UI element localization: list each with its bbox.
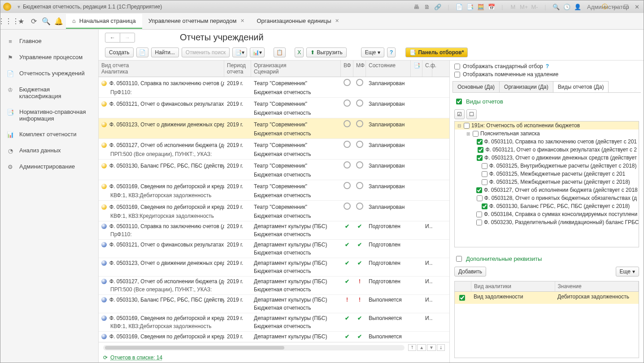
table-row[interactable]: Ф. 0503127, Отчет об исполнении бюджета … <box>99 277 449 295</box>
col-report-type[interactable]: Вид отчета <box>101 62 221 69</box>
col-analytics[interactable]: Аналитика <box>101 69 221 75</box>
minimize-icon[interactable]: — <box>611 4 619 10</box>
tree-node[interactable]: Ф. 0503121, Отчет о финансовых результат… <box>455 146 639 154</box>
star-icon[interactable]: ★ <box>16 16 26 26</box>
h-scrollbar[interactable] <box>103 345 405 350</box>
m-minus-icon[interactable]: M- <box>531 4 539 10</box>
create-copy-button[interactable]: 📄 <box>136 48 148 57</box>
col-analytics-type[interactable]: Вид аналитики <box>471 281 555 291</box>
col-state[interactable]: Состояние <box>366 60 411 77</box>
search-icon[interactable]: 🔍 <box>41 16 52 26</box>
page-down-icon[interactable]: ▼ <box>427 344 436 351</box>
tab[interactable]: ⌂Начальная страница <box>66 14 142 29</box>
refresh-icon[interactable]: ⟳ <box>103 354 108 361</box>
tool1-button[interactable]: 📑▾ <box>232 48 247 57</box>
sidebar-item[interactable]: ⚑Управление процессом <box>0 49 98 65</box>
cancel-find-button[interactable]: Отменить поиск <box>182 48 230 57</box>
col-period[interactable]: Период отчета <box>224 60 251 77</box>
tree-node[interactable]: Ф. 0503184, Справка о суммах консолидиру… <box>455 210 639 218</box>
check-all-button[interactable]: ☑ <box>454 109 465 119</box>
tree-node[interactable]: Ф. 0503128, Отчет о принятых бюджетных о… <box>455 194 639 202</box>
history-icon[interactable]: 🕓 <box>563 4 571 10</box>
tab[interactable]: Организационные единицы✕ <box>251 14 345 29</box>
export-button[interactable]: ⬆Выгрузить <box>306 48 347 57</box>
tree-node[interactable]: ⊟191н: Отчетность об исполнении бюджетов <box>455 121 639 130</box>
add-button[interactable]: Добавить <box>454 267 486 277</box>
doc-icon[interactable]: 📄 <box>455 4 463 10</box>
report-types-section[interactable]: Виды отчетов <box>454 95 639 108</box>
table-row[interactable]: Ф. 0503130, Баланс ГРБС, РБС, ПБС (дейст… <box>99 295 449 313</box>
close-icon[interactable]: ✕ <box>240 18 244 24</box>
col-ico[interactable]: 📑 <box>411 60 422 77</box>
sidebar-item[interactable]: 📑Нормативно-справочная информация <box>0 104 98 126</box>
tool2-button[interactable]: 📊▾ <box>250 48 265 57</box>
table-row[interactable]: Ф. 0503169, Сведения по дебиторской и кр… <box>99 332 449 342</box>
table-row[interactable]: Ф. 0503121, Отчет о финансовых результат… <box>99 240 449 258</box>
tree-node[interactable]: Ф. 0503230, Разделительный (ликвидационн… <box>455 218 639 226</box>
table-row[interactable]: Ф. 0503127, Отчет об исполнении бюджета … <box>99 139 449 160</box>
help-button[interactable]: ? <box>387 48 396 57</box>
filters-panel-button[interactable]: 📑 Панель отборов* <box>405 48 468 57</box>
table-row[interactable]: Ф. 0503123, Отчет о движении денежных ср… <box>99 258 449 277</box>
apps-icon[interactable]: ⋮⋮⋮ <box>3 16 14 26</box>
tree-node[interactable]: Ф. 0503125, Внутрибюджетные расчеты (дей… <box>455 162 639 170</box>
link-icon[interactable]: 🔗 <box>434 4 442 10</box>
m-icon[interactable]: M <box>509 4 517 10</box>
sidebar-item[interactable]: ⚙Администрирование <box>0 159 98 175</box>
nav-arrows[interactable]: ← → <box>105 33 135 43</box>
user-icon[interactable]: 👤 <box>574 4 582 10</box>
col-vf[interactable]: ВФ <box>341 60 353 77</box>
col-sf[interactable]: С.ф. <box>422 60 432 77</box>
zoom-icon[interactable]: 🔍 <box>552 4 560 10</box>
table-row[interactable]: Ф. 0503110, Справка по заключению счетов… <box>99 221 449 240</box>
page-up-icon[interactable]: ▲ <box>417 344 426 351</box>
table-row[interactable]: Вид задолженности Дебиторская задолженно… <box>455 292 639 304</box>
sidebar-item[interactable]: 📄Отчетность учреждений <box>0 65 98 82</box>
close-icon[interactable]: ✕ <box>633 4 641 10</box>
col-mf[interactable]: МФ <box>353 60 366 77</box>
find-button[interactable]: Найти... <box>151 48 179 57</box>
more2-button[interactable]: Еще ▾ <box>616 267 639 277</box>
sidebar-item[interactable]: ♔Бюджетная классификация <box>0 82 98 104</box>
table-row[interactable]: Ф. 0503110, Справка по заключению счетов… <box>99 77 449 98</box>
more-button[interactable]: Еще ▾ <box>361 48 384 57</box>
filter-tab[interactable]: Основные (Да) <box>453 81 500 92</box>
tab[interactable]: Управление отчетным периодом✕ <box>142 14 251 29</box>
excel-button[interactable]: X <box>295 48 304 57</box>
sidebar-item[interactable]: 📊Комплект отчетности <box>0 126 98 143</box>
table-row[interactable]: Ф. 0503123, Отчет о движении денежных ср… <box>99 118 449 139</box>
tree-node[interactable]: Ф. 0503125, Межбюджетные расчеты (действ… <box>455 170 639 178</box>
page-first-icon[interactable]: ⤒ <box>408 344 416 351</box>
tree-node[interactable]: Ф. 0503123, Отчет о движении денежных ср… <box>455 154 639 162</box>
filter-tab[interactable]: Виды отчетов (Да) <box>553 81 609 92</box>
tree-node[interactable]: ⊞Пояснительная записка <box>455 130 639 138</box>
preview-icon[interactable]: 🗎 <box>423 4 431 10</box>
tool3-button[interactable]: 📋 <box>274 48 286 57</box>
show-standard-filter[interactable]: Отображать стандартный отбор ? <box>453 62 641 70</box>
calc-icon[interactable]: 🧮 <box>477 4 485 10</box>
dropdown-icon[interactable]: ▼ <box>17 4 21 9</box>
forward-icon[interactable]: → <box>120 33 135 42</box>
filter-tab[interactable]: Организации (Да) <box>499 81 553 92</box>
maximize-icon[interactable]: ☐ <box>622 4 630 10</box>
tree-node[interactable]: Ф. 0503125, Межбюджетные расчеты (действ… <box>455 178 639 186</box>
back-icon[interactable]: ← <box>105 33 120 42</box>
expand-icon[interactable]: ⊟ <box>457 123 462 128</box>
history-icon[interactable]: ⟳ <box>28 16 39 26</box>
calendar-icon[interactable]: 📅 <box>487 4 496 10</box>
tree-node[interactable]: Ф. 0503127, Отчет об исполнении бюджета … <box>455 186 639 194</box>
help-icon[interactable]: ? <box>546 63 549 69</box>
table-row[interactable]: Ф. 0503130, Баланс ГРБС, РБС, ПБС (дейст… <box>99 160 449 180</box>
table-row[interactable]: Ф. 0503169, Сведения по дебиторской и кр… <box>99 180 449 201</box>
col-org[interactable]: Организация <box>254 62 338 69</box>
col-scenario[interactable]: Сценарий <box>254 69 338 75</box>
info-icon[interactable]: ⓘ <box>600 3 609 11</box>
report-types-tree[interactable]: ⊟191н: Отчетность об исполнении бюджетов… <box>454 121 639 247</box>
user-label[interactable]: Администратор <box>587 4 595 10</box>
print-icon[interactable]: 🖶 <box>412 4 420 10</box>
show-marked-for-delete[interactable]: Отображать помеченные на удаление <box>453 70 641 78</box>
expand-icon[interactable]: ⊞ <box>466 131 471 136</box>
table-row[interactable]: Ф. 0503169, Сведения по дебиторской и кр… <box>99 201 449 221</box>
table-row[interactable]: Ф. 0503121, Отчет о финансовых результат… <box>99 98 449 118</box>
additional-props-section[interactable]: Дополнительные реквизиты <box>454 253 639 265</box>
